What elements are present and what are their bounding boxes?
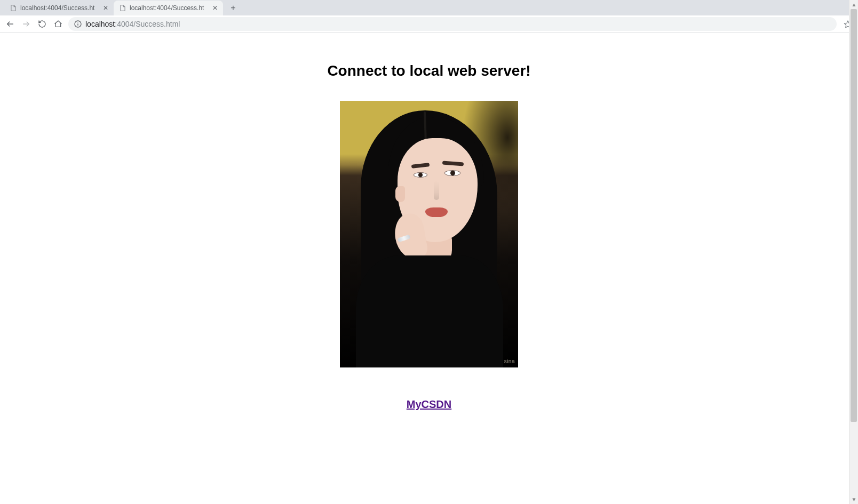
info-icon[interactable] xyxy=(74,20,82,28)
reload-button[interactable] xyxy=(35,17,49,31)
scroll-up-arrow-icon[interactable]: ▲ xyxy=(849,0,858,9)
scroll-down-arrow-icon[interactable]: ▼ xyxy=(849,495,858,504)
vertical-scrollbar[interactable]: ▲ ▼ xyxy=(849,0,858,504)
image-watermark: sina xyxy=(504,358,515,364)
link-wrap: MyCSDN xyxy=(0,398,858,411)
address-bar[interactable]: localhost:4004/Success.html xyxy=(68,17,837,31)
scroll-track[interactable] xyxy=(849,9,858,495)
toolbar: localhost:4004/Success.html xyxy=(0,15,858,33)
tab-inactive-0[interactable]: localhost:4004/Success.ht ✕ xyxy=(4,1,114,15)
content: Connect to local web server! sina MyCSDN xyxy=(0,33,858,411)
file-icon xyxy=(119,4,126,12)
mycsdn-link[interactable]: MyCSDN xyxy=(407,398,451,410)
browser-chrome: localhost:4004/Success.ht ✕ localhost:40… xyxy=(0,0,858,33)
forward-button[interactable] xyxy=(19,17,33,31)
new-tab-button[interactable]: + xyxy=(226,1,240,15)
close-icon[interactable]: ✕ xyxy=(102,4,109,12)
back-button[interactable] xyxy=(3,17,17,31)
page-heading: Connect to local web server! xyxy=(0,62,858,79)
page-viewport: Connect to local web server! sina MyCSDN xyxy=(0,33,858,411)
svg-point-4 xyxy=(77,22,78,23)
tab-bar: localhost:4004/Success.ht ✕ localhost:40… xyxy=(0,0,858,15)
tab-active-1[interactable]: localhost:4004/Success.ht ✕ xyxy=(114,1,223,15)
tab-title: localhost:4004/Success.ht xyxy=(20,4,99,12)
home-button[interactable] xyxy=(51,17,65,31)
url-host: localhost xyxy=(85,20,115,28)
tab-title: localhost:4004/Success.ht xyxy=(130,4,208,12)
close-icon[interactable]: ✕ xyxy=(211,4,219,12)
scroll-thumb[interactable] xyxy=(851,9,857,422)
file-icon xyxy=(10,4,17,12)
url-path: :4004/Success.html xyxy=(115,20,180,28)
url-text: localhost:4004/Success.html xyxy=(85,20,180,28)
hero-image: sina xyxy=(340,101,518,367)
